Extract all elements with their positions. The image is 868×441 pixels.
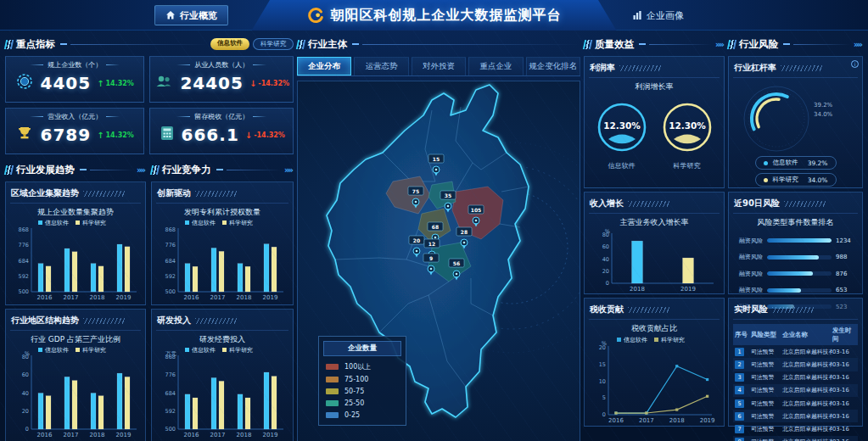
table-row[interactable]: 1司法预警北京启阳卓越科技有限公司03-16	[733, 345, 858, 358]
competitiveness-header: 行业竞争力 »»	[151, 161, 294, 178]
more-chevrons-icon[interactable]: »»	[137, 165, 146, 175]
stat-card[interactable]: 从业人员数（人）24405↓-14.32%	[149, 56, 294, 103]
card-name: 行业杠杆率	[734, 62, 776, 74]
legend-swatch	[326, 412, 339, 418]
card-name: 收入增长	[590, 198, 624, 209]
section-bars-icon	[583, 40, 592, 49]
title-dash	[352, 43, 359, 45]
risk-type: 司法预警	[751, 412, 782, 421]
legend-swatch	[326, 388, 339, 394]
rd-invest-chart: 信息软件科学研究500592684776868万元201620172018201…	[156, 345, 288, 440]
occur-time: 03-16	[832, 361, 856, 368]
svg-text:776: 776	[19, 242, 29, 248]
stat-card[interactable]: 留存税收（亿元）666.1↓-14.32%	[149, 108, 294, 154]
risk-type: 司法预警	[751, 360, 782, 369]
medal-icon	[15, 72, 34, 94]
card-name: 行业地区结构趋势	[11, 315, 79, 327]
card-header: 区域企业集聚趋势	[10, 186, 141, 204]
tax-share-chart: 信息软件科学研究05101520%2016201720182019	[589, 334, 720, 426]
chart-title: 研发经费投入	[156, 334, 288, 345]
table-row[interactable]: 5司法预警北京启阳卓越科技有限公司03-16	[733, 397, 858, 410]
svg-text:15: 15	[433, 156, 440, 162]
realtime-risk-table: 序号风险类型企业名称发生时间1司法预警北京启阳卓越科技有限公司03-162司法预…	[733, 324, 858, 441]
table-row[interactable]: 3司法预警北京启阳卓越科技有限公司03-16	[733, 371, 858, 384]
svg-text:39.2%: 39.2%	[814, 102, 833, 109]
svg-text:500: 500	[165, 426, 176, 433]
more-chevrons-icon[interactable]: »»	[854, 40, 863, 49]
chart-title: 利润增长率	[589, 81, 720, 92]
card-header: 实时风险	[733, 302, 858, 320]
card-header: 创新驱动	[156, 186, 288, 204]
svg-text:信息软件: 信息软件	[192, 347, 216, 354]
svg-text:科学研究: 科学研究	[661, 337, 685, 343]
stat-card[interactable]: 规上企业数（个）4405↑14.32%	[5, 56, 144, 103]
svg-text:0: 0	[606, 280, 609, 287]
nav-industry-overview[interactable]: 行业概览	[154, 5, 228, 25]
more-chevrons-icon[interactable]: »»	[284, 165, 294, 175]
svg-text:20: 20	[602, 268, 609, 275]
svg-text:60: 60	[22, 371, 29, 378]
svg-text:500: 500	[165, 288, 176, 295]
region-cluster-card: 区域企业集聚趋势 规上企业数量集聚趋势 信息软件科学研究500592684776…	[5, 181, 146, 305]
svg-text:信息软件: 信息软件	[192, 220, 216, 226]
legend-item: 25-50	[323, 397, 401, 409]
leverage-gauge: 39.2%34.0%	[733, 78, 858, 153]
svg-text:2017: 2017	[210, 294, 226, 301]
risk-type: 司法预警	[751, 373, 782, 382]
filter-tag-active[interactable]: 信息软件	[210, 38, 249, 50]
row-index-badge: 5	[735, 399, 744, 408]
tab-企业分布[interactable]: 企业分布	[297, 57, 351, 75]
title-dash	[783, 43, 790, 45]
svg-text:%: %	[25, 350, 30, 357]
info-icon[interactable]: i	[851, 60, 859, 68]
arrow-up-icon: ↑	[97, 79, 104, 88]
realtime-risk-card: 实时风险 序号风险类型企业名称发生时间1司法预警北京启阳卓越科技有限公司03-1…	[728, 298, 863, 427]
tax-contribution-card: 税收贡献 税收贡献占比 信息软件科学研究05101520%20162017201…	[584, 298, 725, 427]
stat-label: 从业人员数（人）	[154, 60, 289, 70]
svg-text:2016: 2016	[37, 294, 53, 301]
table-row[interactable]: 7司法预警北京启阳卓越科技有限公司03-16	[733, 422, 858, 435]
table-row[interactable]: 8司法预警北京启阳卓越科技有限公司03-16	[733, 436, 858, 441]
profit-gauge-信息软件: 12.30%信息软件	[596, 101, 648, 170]
card-header: 利润率	[589, 60, 720, 78]
stat-value: 24405	[180, 73, 244, 93]
industry-trend-header: 行业发展趋势 »»	[5, 161, 146, 178]
occur-time: 03-16	[832, 400, 856, 407]
risk-rank-row: 融资风险1234	[735, 237, 856, 245]
svg-text:60: 60	[602, 243, 609, 250]
tab-对外投资[interactable]: 对外投资	[412, 57, 466, 75]
svg-text:2016: 2016	[37, 432, 53, 438]
stat-card[interactable]: 营业收入（亿元）6789↑14.32%	[5, 108, 144, 154]
filter-tag-inactive[interactable]: 科学研究	[253, 38, 294, 50]
row-index-badge: 7	[735, 425, 744, 433]
title-line	[227, 170, 282, 170]
svg-text:684: 684	[19, 258, 29, 265]
card-header: 行业杠杆率	[733, 60, 858, 78]
tab-规企变化排名[interactable]: 规企变化排名	[526, 57, 580, 75]
table-row[interactable]: 2司法预警北京启阳卓越科技有限公司03-16	[733, 358, 858, 371]
more-chevrons-icon[interactable]: »»	[715, 40, 725, 49]
chart-title: 主营业务收入增长率	[589, 217, 720, 228]
legend-label: 100以上	[344, 362, 371, 371]
hatch-decoration	[784, 201, 826, 207]
svg-text:12.30%: 12.30%	[603, 120, 641, 131]
title-dash	[60, 43, 67, 45]
table-row[interactable]: 4司法预警北京启阳卓越科技有限公司03-16	[733, 384, 858, 397]
hatch-decoration	[628, 201, 670, 207]
table-row[interactable]: 6司法预警北京启阳卓越科技有限公司03-16	[733, 410, 858, 422]
profit-gauges: 12.30%信息软件12.30%科学研究	[589, 101, 720, 170]
svg-text:776: 776	[165, 242, 176, 248]
svg-text:35: 35	[445, 193, 451, 198]
section-bars-icon	[727, 40, 736, 49]
company-name: 北京启阳卓越科技有限公司	[782, 373, 832, 382]
nav-industry-overview-label: 行业概览	[180, 9, 217, 22]
svg-text:2018: 2018	[90, 294, 105, 301]
company-name: 北京启阳卓越科技有限公司	[782, 412, 832, 421]
tab-运营态势[interactable]: 运营态势	[354, 57, 408, 75]
tab-重点企业[interactable]: 重点企业	[468, 57, 523, 75]
svg-text:0: 0	[25, 426, 29, 433]
nav-enterprise-portrait[interactable]: 企业画像	[622, 5, 694, 25]
svg-text:信息软件: 信息软件	[624, 337, 647, 343]
risk-count: 653	[836, 287, 856, 293]
risk-type: 司法预警	[751, 348, 782, 356]
